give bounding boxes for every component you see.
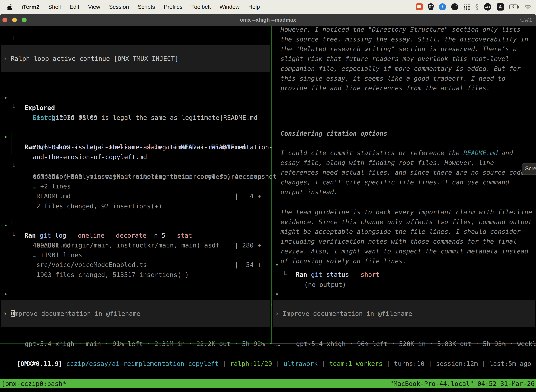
bullet-icon: • [4,93,8,103]
left-search-line: Search 2026-03-09-is-legal-the-same-as-l… [17,103,258,113]
right-waiting-status-line: • Waiting for background terminal (1m 41… [281,280,521,289]
right-ran-git-status-line: • Ran git status --short [281,250,380,260]
tmux-session-label: [omx-cczip0:bash* [1,380,66,387]
left-commit-line-cont: companion analysis without altering the … [17,162,277,172]
bullet-icon: • [275,289,279,299]
left-more-lines-2: … +1901 lines [17,240,82,250]
dots-grid-icon[interactable] [464,4,470,10]
bullet-green-icon: • [4,221,8,231]
window-title-bar: omx --xhigh --madmax ⌥⌘1 [0,14,536,26]
right-prompt-input[interactable]: › Improve documentation in @filename [273,300,535,327]
battery-icon[interactable] [509,5,519,9]
left-working-status-line: • Working (11m 13s • esc to interrupt) ·… [9,280,280,289]
right-thinking-paragraph-2: I could cite commit statistics or refere… [281,148,536,197]
window-title: omx --xhigh --madmax [240,17,296,23]
menu-item-view[interactable]: View [88,4,100,10]
menu-item-profiles[interactable]: Profiles [164,4,182,10]
left-more-lines: … +2 lines [17,172,71,182]
left-explored-line: • Explored [9,83,55,93]
inject-input-text: Ralph loop active continue [OMX_TMUX_INJ… [11,55,178,62]
tree-connector-line [11,132,11,154]
zoom-button[interactable] [22,18,27,22]
menu-item-session[interactable]: Session [109,4,129,10]
tree-connector-icon: └ [11,103,15,113]
prompt-chevron-icon: › [275,310,282,317]
left-ran-git-log-line: • Ran git log --oneline --decorate -n 5 … [9,211,192,221]
prompt-chevron-icon: › [3,55,11,62]
tree-connector-line [11,220,11,224]
prompt-input-text: Improve documentation in @filename [282,310,412,317]
left-commit-line: └ 067f154 (HEAD -> essay/ai-reimplementa… [17,152,261,162]
left-diffstat-readme: README.md | 4 + [21,182,261,191]
tree-connector-icon: └ [11,35,15,45]
prompt-chevron-icon: › [3,310,11,317]
text-cursor: I [11,310,14,317]
minimize-button[interactable] [12,18,17,22]
crescent-icon[interactable] [451,3,458,10]
close-button[interactable] [2,18,7,22]
menu-items: iTerm2 Shell Edit View Session Scripts P… [0,4,260,10]
tmux-status-bar: [omx-cczip0:bash* "MacBook-Pro-44.local"… [0,379,536,388]
bullet-green-icon: • [275,260,279,270]
vpn-bolt-icon[interactable] [439,3,446,10]
right-model-status-line: gpt-5.4 xhigh · 96% left · 520K in · 5.8… [281,329,536,339]
left-diffstat-voice: src/voice/voiceModeEnabled.ts | 54 + [21,250,261,260]
menu-item-app[interactable]: iTerm2 [21,4,40,10]
menu-item-window[interactable]: Window [220,4,239,10]
right-thinking-heading: Considering citation options [281,129,536,138]
left-diffstat-readme-2: README.md | 280 + [21,231,261,240]
pane-divider-vertical[interactable] [271,26,272,344]
bullet-green-icon: • [4,132,8,142]
tree-stub [11,26,11,28]
menu-status-icons: § ..61 A [416,3,536,10]
left-commit2-line: └ 4b9d30f (origin/main, instructkr/main,… [17,221,220,231]
left-diffstat-summary: 2 files changed, 92 insertions(+) [21,191,162,201]
tree-connector-icon: └ [283,270,287,280]
right-thinking-paragraph-1: However, I noticed the "Directory Struct… [281,25,536,93]
left-list-line: └ List git ls-files [17,93,97,103]
tree-connector-icon: └ [11,162,15,172]
right-no-output-line: └ (no output) [289,260,346,270]
menu-item-edit[interactable]: Edit [70,4,79,10]
apple-icon[interactable] [7,4,13,10]
prompt-input-text: mprove documentation in @filename [14,310,140,317]
menu-item-toolbelt[interactable]: Toolbelt [191,4,211,10]
pane-border-bottom-left [0,344,271,344]
screen-share-button[interactable]: Scre [522,163,536,175]
shield-grid-icon[interactable] [428,3,434,10]
terminal-content: └ No agents completed yet › Ralph loop a… [0,26,536,392]
wifi-icon[interactable] [524,4,531,9]
screen-record-icon[interactable] [416,3,423,10]
left-prompt-input[interactable]: › I mprove documentation in @filename [1,300,270,327]
s-tool-icon[interactable]: § [475,3,479,10]
left-inject-input[interactable]: › Ralph loop active continue [OMX_TMUX_I… [1,45,270,72]
left-filename-line-1: 2026-03-09-is-legal-the-same-as-legitima… [17,132,273,142]
badge-61-icon[interactable]: ..61 [484,3,491,10]
macos-menu-bar: iTerm2 Shell Edit View Session Scripts P… [0,0,536,14]
left-no-agents-line: └ No agents completed yet [17,25,120,35]
left-ran-git-show-line: • Ran git show --stat --oneline --decora… [9,122,245,132]
traffic-lights [2,14,27,26]
window-shortcut-badge: ⌥⌘1 [518,17,532,23]
menu-item-help[interactable]: Help [248,4,260,10]
tmux-host-clock: "MacBook-Pro-44.local" 04:52 31-Mar-26 [390,380,535,387]
left-diffstat-summary-2: 1903 files changed, 513517 insertions(+) [21,260,189,270]
left-model-status-line: gpt-5.4 xhigh · main · 91% left · 2.31M … [10,329,280,339]
tree-connector-icon: └ [11,231,15,240]
bullet-icon: • [4,289,8,299]
omx-status-line: [OMX#0.11.9] cczip/essay/ai-reimplementa… [1,349,531,359]
input-source-icon[interactable]: A [497,3,504,10]
left-filename-line-2: and-the-erosion-of-copyleft.md [17,142,147,152]
menu-item-shell[interactable]: Shell [48,4,61,10]
menu-item-scripts[interactable]: Scripts [138,4,155,10]
